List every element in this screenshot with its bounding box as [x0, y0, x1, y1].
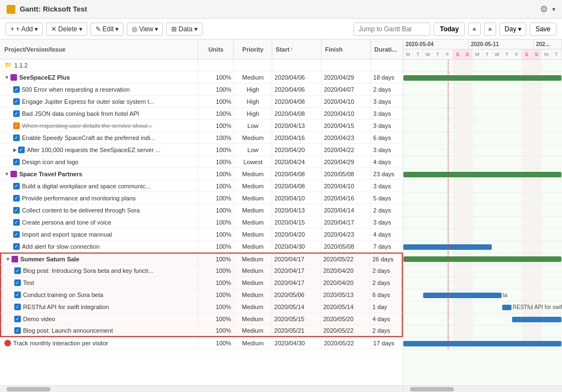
cell-duration: 3 days: [371, 96, 403, 107]
gantt-weekend-shade: [522, 60, 532, 71]
table-row[interactable]: Build a digital workplace and space comm…: [0, 180, 403, 192]
table-row[interactable]: RESTful API for swift integration100%Med…: [0, 301, 403, 313]
gantt-weekend-shade: [453, 301, 463, 313]
gantt-row: [403, 181, 562, 193]
table-row[interactable]: 500 Error when requesting a reservation1…: [0, 83, 403, 96]
gantt-weekend-shade: [453, 120, 463, 132]
day-button[interactable]: Day ▾: [499, 23, 526, 36]
prev-prev-button[interactable]: «: [468, 23, 481, 36]
delete-label: Delete: [58, 25, 77, 33]
bottom-scrollbar[interactable]: [0, 385, 403, 392]
title-bar: Gantt: Ricksoft Test ⚙ ▾: [0, 0, 562, 19]
toolbar: + + Add ▾ ✕ Delete ▾ ✎ Edit ▾ ◎ View ▾ ⊞…: [0, 19, 562, 40]
gantt-weekend-shade: [463, 84, 473, 96]
table-row[interactable]: ▼SeeSpaceEZ Plus100%Medium2020/04/062020…: [0, 71, 403, 83]
title-caret-button[interactable]: ▾: [552, 5, 555, 13]
cell-units: 100%: [199, 96, 234, 107]
settings-button[interactable]: ⚙: [538, 3, 550, 15]
edit-button[interactable]: ✎ Edit ▾: [91, 23, 124, 36]
check-icon: [13, 207, 20, 214]
gantt-weekend-shade: [463, 301, 473, 313]
cell-priority: Medium: [234, 216, 272, 228]
table-row[interactable]: ▼Space Travel Partners100%Medium2020/04/…: [0, 168, 403, 180]
title-bar-right: ⚙ ▾: [538, 3, 555, 15]
gantt-weekend-shade: [522, 84, 532, 96]
table-row[interactable]: Bad JSON data coming back from hotel API…: [0, 108, 403, 120]
cell-finish: [322, 59, 371, 71]
cell-duration: 18 days: [371, 71, 403, 83]
table-row[interactable]: Engage Jupiter Express for outer solar s…: [0, 96, 403, 108]
gantt-weekend-shade: [453, 217, 463, 228]
jump-input[interactable]: [353, 23, 430, 36]
gantt-row: [403, 205, 562, 217]
table-row[interactable]: Import and export space mannual100%Mediu…: [0, 228, 403, 240]
table-row[interactable]: Add alert for slow connection100%Medium2…: [0, 240, 403, 253]
today-line: [448, 84, 448, 96]
cell-finish: 2020/04/10: [322, 96, 371, 107]
table-row[interactable]: Blog post: Introducing Sora beta and key…: [0, 265, 403, 277]
table-row[interactable]: Provide performance and monitoring plans…: [0, 192, 403, 204]
cell-finish: 2020/04/22: [322, 144, 371, 155]
next-next-button[interactable]: »: [484, 23, 497, 36]
cell-finish: 2020/05/22: [321, 325, 370, 336]
today-line: [448, 169, 448, 180]
table-row[interactable]: Create persona and tone of voice100%Medi…: [0, 216, 403, 228]
check-icon: [13, 195, 20, 201]
data-button[interactable]: ⊞ Data ▾: [166, 23, 202, 36]
today-line: [448, 205, 448, 216]
table-row[interactable]: ▶After 100,000 requests the SeeSpaceEZ s…: [0, 144, 403, 156]
cell-finish: 2020/05/08: [322, 168, 371, 180]
gantt-row: [403, 229, 562, 241]
table-row[interactable]: Blog post: Launch announcement100%Medium…: [0, 325, 403, 337]
cell-name: Add alert for slow connection: [0, 240, 199, 252]
delete-button[interactable]: ✕ Delete ▾: [46, 23, 87, 36]
table-row[interactable]: Conduct training on Sora beta100%Medium2…: [0, 289, 403, 301]
cell-finish: 2020/04/23: [322, 228, 371, 240]
main-content: Project/Version/Issue Units Priority Sta…: [0, 40, 562, 392]
table-row[interactable]: Enable Speedy SpaceCraft as the preferre…: [0, 132, 403, 144]
cell-start: 2020/04/08: [272, 108, 322, 119]
check-icon: [13, 231, 20, 238]
cell-priority: Medium: [234, 204, 272, 216]
cell-priority: Medium: [234, 325, 272, 336]
check-icon: [13, 243, 20, 250]
table-row[interactable]: ▼Summer Saturn Sale100%Medium2020/04/172…: [0, 253, 403, 265]
cell-units: 100%: [199, 240, 234, 252]
gantt-scroll-thumb[interactable]: [410, 387, 454, 391]
check-icon: [18, 147, 25, 153]
table-row[interactable]: When requesting user details the service…: [0, 120, 403, 132]
save-button[interactable]: Save: [530, 23, 557, 36]
check-icon: [13, 135, 20, 141]
cell-priority: Medium: [234, 265, 272, 276]
table-row[interactable]: Track monthly interaction per visitor100…: [0, 337, 403, 349]
cell-duration: 7 days: [371, 240, 403, 252]
table-row[interactable]: Test100%Medium2020/04/172020/04/202 days: [0, 277, 403, 289]
gantt-weekend-shade: [463, 144, 473, 156]
gantt-weekend-shade: [463, 156, 473, 168]
today-button[interactable]: Today: [434, 23, 464, 36]
gantt-weekend-shade: [453, 156, 463, 168]
cell-name: Track monthly interaction per visitor: [0, 337, 198, 349]
cell-units: 100%: [198, 301, 234, 312]
scroll-thumb[interactable]: [7, 387, 50, 391]
today-line: [448, 265, 448, 277]
row-list[interactable]: 📁1.1.2▼SeeSpaceEZ Plus100%Medium2020/04/…: [0, 59, 403, 385]
gantt-weekend-shade: [463, 326, 473, 337]
table-row[interactable]: Demo video100%Medium2020/05/152020/05/20…: [0, 313, 403, 325]
cell-name: Build a digital workplace and space comm…: [0, 180, 199, 192]
gantt-weekend-shade: [453, 205, 463, 216]
cell-priority: High: [234, 108, 272, 119]
table-row[interactable]: Design icon and logo100%Lowest2020/04/24…: [0, 156, 403, 168]
gantt-bottom-scrollbar[interactable]: [403, 385, 562, 392]
today-line: [448, 96, 448, 108]
add-button[interactable]: + + Add ▾: [5, 23, 43, 36]
col-header-name: Project/Version/Issue: [0, 40, 198, 59]
view-icon: ◎: [132, 25, 137, 33]
view-button[interactable]: ◎ View ▾: [127, 23, 163, 36]
col-header-priority: Priority: [234, 40, 272, 59]
view-caret: ▾: [155, 25, 158, 33]
col-header-duration: Durati...: [371, 40, 403, 59]
table-row[interactable]: 📁1.1.2: [0, 59, 403, 71]
today-line: [448, 132, 448, 144]
table-row[interactable]: Collect content to be delivered through …: [0, 204, 403, 216]
